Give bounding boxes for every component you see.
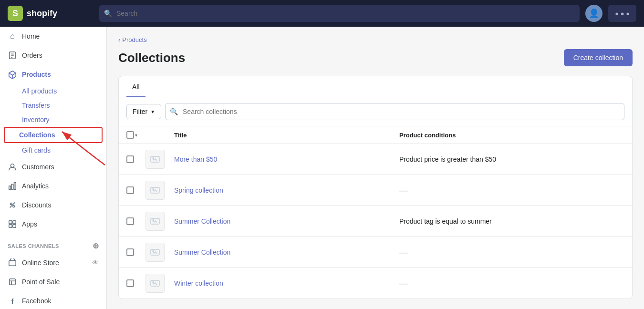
sidebar-item-discounts[interactable]: Discounts <box>0 196 106 215</box>
sidebar-item-home[interactable]: ⌂ Home <box>0 27 106 46</box>
row-checkbox-2[interactable] <box>126 217 134 225</box>
collection-link-0[interactable]: More than $50 <box>174 155 217 163</box>
collection-link-2[interactable]: Summer Collection <box>174 217 230 225</box>
global-search-input[interactable] <box>99 5 580 22</box>
sidebar-sub-transfers[interactable]: Transfers <box>0 98 106 113</box>
sidebar-label-orders: Orders <box>22 52 42 59</box>
svg-point-24 <box>153 189 154 190</box>
sidebar-item-customers[interactable]: Customers <box>0 157 106 176</box>
table-row: More than $50 Product price is greater t… <box>119 144 632 175</box>
filter-chevron-icon: ▼ <box>150 109 155 114</box>
table-row: Winter collection — <box>119 268 632 299</box>
svg-rect-14 <box>9 225 12 227</box>
collection-condition-1: — <box>399 185 624 196</box>
row-checkbox-4[interactable] <box>126 279 134 287</box>
search-icon: 🔍 <box>104 10 112 17</box>
logo-text: shopify <box>27 9 57 19</box>
online-store-icon <box>8 258 17 268</box>
search-collections-input[interactable] <box>165 103 624 120</box>
create-collection-button[interactable]: Create collection <box>564 49 633 66</box>
svg-point-22 <box>153 158 154 159</box>
checkbox-dropdown-arrow[interactable]: ▾ <box>135 133 137 138</box>
sidebar-item-apps[interactable]: Apps <box>0 215 106 234</box>
select-all-checkbox[interactable]: ▾ <box>126 131 145 139</box>
topnav-menu-button[interactable]: ● ● ● <box>608 5 636 22</box>
sidebar-label-apps: Apps <box>22 220 37 228</box>
collection-thumb-3 <box>145 243 165 262</box>
col-header-title: Title <box>174 132 399 139</box>
filter-label: Filter <box>133 108 147 115</box>
collection-thumb-1 <box>145 181 165 200</box>
sidebar-sublabel-all-products: All products <box>22 87 57 95</box>
row-checkbox-1[interactable] <box>126 186 134 194</box>
sidebar: ⌂ Home Orders Products All products Tran… <box>0 27 107 309</box>
svg-rect-7 <box>11 184 13 189</box>
add-sales-channel-icon[interactable]: ⊕ <box>93 241 99 250</box>
svg-rect-8 <box>14 183 16 189</box>
point-of-sale-icon <box>8 277 17 287</box>
col-header-conditions: Product conditions <box>399 132 624 139</box>
page-header: Collections Create collection <box>118 49 633 66</box>
collection-condition-2: Product tag is equal to summer <box>399 217 624 225</box>
table-row: Spring collection — <box>119 175 632 206</box>
avatar-icon: 👤 <box>589 8 599 19</box>
products-icon <box>8 70 17 79</box>
svg-rect-13 <box>13 221 16 224</box>
table-row: Summer Collection — <box>119 237 632 268</box>
breadcrumb[interactable]: ‹ Products <box>118 36 633 43</box>
logo: S shopify <box>8 6 93 21</box>
breadcrumb-chevron: ‹ <box>118 36 120 43</box>
sidebar-sub-inventory[interactable]: Inventory <box>0 113 106 127</box>
shopify-logo-icon: S <box>8 6 23 21</box>
sidebar-sub-gift-cards[interactable]: Gift cards <box>0 143 106 157</box>
breadcrumb-text: Products <box>122 36 146 43</box>
svg-point-10 <box>13 206 15 207</box>
sidebar-label-discounts: Discounts <box>22 201 51 209</box>
sidebar-item-orders[interactable]: Orders <box>0 46 106 65</box>
sales-channels-label: SALES CHANNELS <box>8 243 59 249</box>
collection-condition-0: Product price is greater than $50 <box>399 155 624 163</box>
table-row: Summer Collection Product tag is equal t… <box>119 206 632 237</box>
search-collections-icon: 🔍 <box>170 108 178 115</box>
discounts-icon <box>8 200 17 210</box>
sidebar-sublabel-collections: Collections <box>19 131 55 139</box>
collections-card: All Filter ▼ 🔍 ▾ Title <box>118 76 633 299</box>
row-checkbox-3[interactable] <box>126 248 134 256</box>
apps-icon <box>8 219 17 229</box>
sidebar-label-analytics: Analytics <box>22 182 49 190</box>
svg-rect-12 <box>9 221 12 224</box>
tab-all[interactable]: All <box>126 76 145 97</box>
collection-thumb-4 <box>145 274 165 293</box>
sidebar-label-products: Products <box>22 71 51 78</box>
sidebar-sub-all-products[interactable]: All products <box>0 84 106 98</box>
search-collections-wrapper: 🔍 <box>165 103 624 120</box>
sidebar-item-analytics[interactable]: Analytics <box>0 176 106 196</box>
sidebar-item-facebook[interactable]: f Facebook <box>0 291 106 309</box>
online-store-eye-icon: 👁 <box>92 259 99 267</box>
svg-point-9 <box>10 203 12 205</box>
svg-point-30 <box>153 282 154 283</box>
checkbox-all-box[interactable] <box>126 131 134 139</box>
filter-bar: Filter ▼ 🔍 <box>119 97 632 126</box>
table-header: ▾ Title Product conditions <box>119 126 632 144</box>
svg-rect-16 <box>9 261 16 266</box>
sidebar-item-online-store[interactable]: Online Store 👁 <box>0 253 106 272</box>
customers-icon <box>8 162 17 172</box>
avatar[interactable]: 👤 <box>585 5 602 22</box>
filter-button[interactable]: Filter ▼ <box>126 104 161 119</box>
collection-thumb-2 <box>145 212 165 231</box>
collection-link-4[interactable]: Winter collection <box>174 279 223 287</box>
sidebar-item-point-of-sale[interactable]: Point of Sale <box>0 272 106 291</box>
sidebar-label-home: Home <box>22 32 40 40</box>
page-title: Collections <box>118 51 185 65</box>
sidebar-sub-collections[interactable]: Collections <box>4 127 103 143</box>
collection-link-3[interactable]: Summer Collection <box>174 248 230 256</box>
sidebar-item-products[interactable]: Products <box>0 65 106 84</box>
sidebar-sublabel-inventory: Inventory <box>22 116 50 124</box>
facebook-icon: f <box>8 296 17 306</box>
analytics-icon <box>8 181 17 191</box>
row-checkbox-0[interactable] <box>126 155 134 163</box>
sidebar-sublabel-transfers: Transfers <box>22 102 50 109</box>
svg-point-5 <box>10 164 14 167</box>
collection-link-1[interactable]: Spring collection <box>174 186 223 194</box>
